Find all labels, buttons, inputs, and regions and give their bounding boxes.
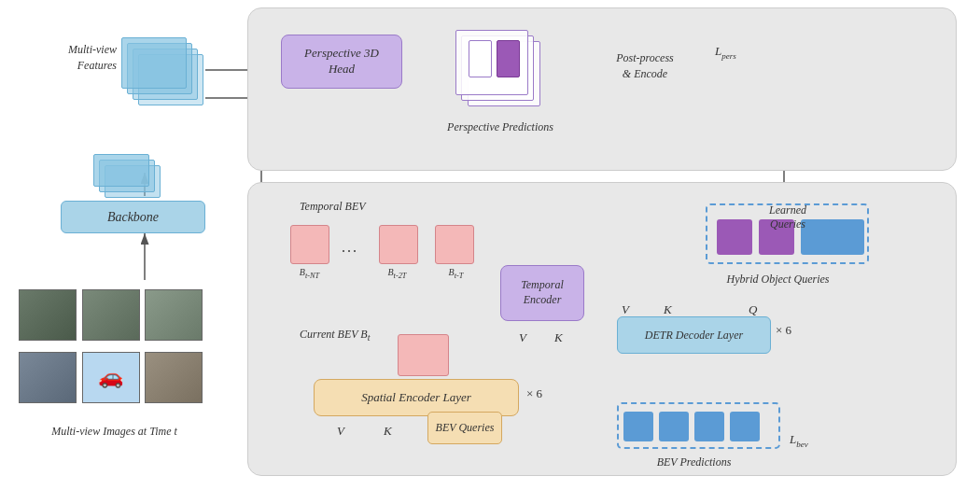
- persp-inner-2: [469, 40, 492, 77]
- hybrid-queries-label: Hybrid Object Queries: [696, 273, 860, 287]
- learned-queries-label: Learned Queries: [750, 203, 825, 231]
- v-label-spatial: V: [337, 424, 344, 439]
- architecture-diagram: Multi-viewFeatures Backbone 🚗 Multi-view…: [0, 0, 980, 490]
- multiview-images-label: Multi-view Images at Time t: [9, 425, 219, 439]
- left-panel: Multi-viewFeatures Backbone 🚗 Multi-view…: [9, 9, 224, 481]
- feature-layer-4: [121, 37, 187, 89]
- temporal-encoder-box: TemporalEncoder: [500, 265, 584, 321]
- persp-inner-1: [497, 40, 520, 77]
- dots-label: ...: [342, 239, 358, 256]
- mid-layer-3: [93, 154, 149, 187]
- bev-pred-square-3: [694, 412, 724, 441]
- bev-pred-square-4: [730, 412, 760, 441]
- camera-image-5: 🚗: [82, 352, 140, 403]
- backbone-box: Backbone: [61, 201, 205, 233]
- post-process-label: Post-process& Encode: [589, 50, 701, 82]
- camera-image-4: [19, 352, 77, 403]
- camera-image-2: [82, 289, 140, 341]
- bev-pred-square-1: [623, 412, 653, 441]
- camera-grid: 🚗: [19, 289, 205, 411]
- bev-predictions-label: BEV Predictions: [617, 455, 771, 469]
- perspective-3d-head-box: Perspective 3DHead: [281, 35, 402, 89]
- bev-label-tnt: Bt-NT: [284, 267, 335, 280]
- q-label-detr: Q: [749, 302, 757, 317]
- perspective-predictions-label: Perspective Predictions: [430, 120, 570, 134]
- bev-cube-tt: [435, 225, 474, 264]
- bottom-section: Temporal BEV Bt-NT ... Bt-2T Bt-T Curren…: [247, 182, 957, 476]
- camera-image-6: [145, 352, 203, 403]
- v-label-detr: V: [622, 302, 629, 317]
- bev-label-tt: Bt-T: [430, 267, 482, 280]
- bev-queries-box: BEV Queries: [427, 412, 502, 444]
- k-label-temporal: K: [554, 330, 563, 345]
- detr-decoder-box: DETR Decoder Layer: [617, 316, 771, 354]
- camera-image-1: [19, 289, 77, 341]
- bev-cube-t2t: [379, 225, 418, 264]
- feature-maps-mid: [93, 154, 168, 196]
- k-label-detr: K: [664, 302, 672, 317]
- l-pers-label: Lpers: [715, 44, 736, 61]
- bev-pred-square-2: [659, 412, 689, 441]
- spatial-encoder-box: Spatial Encoder Layer: [314, 379, 519, 416]
- temporal-bev-label: Temporal BEV: [300, 200, 366, 214]
- l-bev-label: Lbev: [790, 432, 808, 449]
- backbone-label: Backbone: [107, 210, 159, 225]
- bev-predictions-box: [617, 402, 780, 449]
- current-bev-label: Current BEV Bt: [300, 328, 370, 343]
- k-label-spatial: K: [384, 424, 392, 439]
- bev-cube-tnt: [290, 225, 329, 264]
- blue-square-2: [829, 219, 864, 255]
- persp-sheet-3: [455, 30, 528, 95]
- purple-square-1: [717, 219, 752, 255]
- car-icon: 🚗: [98, 365, 123, 389]
- current-bev-cube: [398, 334, 449, 376]
- x6-spatial: × 6: [526, 386, 542, 401]
- feature-maps-container: [121, 37, 210, 121]
- bev-label-t2t: Bt-2T: [371, 267, 423, 280]
- v-label-temporal: V: [519, 330, 526, 345]
- multiview-features-label: Multi-viewFeatures: [37, 42, 117, 74]
- camera-image-3: [145, 289, 203, 341]
- top-section: Perspective 3DHead Perspective Predictio…: [247, 7, 957, 171]
- x6-detr: × 6: [776, 323, 791, 338]
- perspective-predictions-stack: [444, 22, 556, 111]
